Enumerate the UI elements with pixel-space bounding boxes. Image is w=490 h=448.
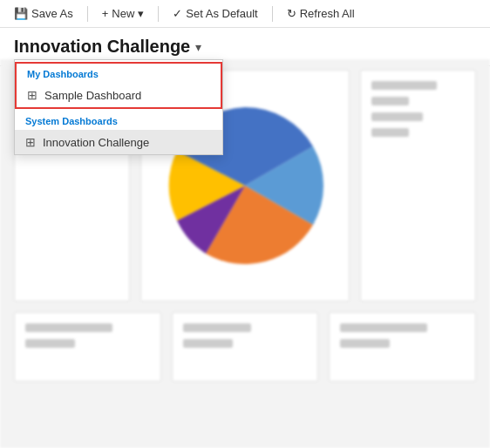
refresh-all-button[interactable]: ↻ Refresh All [280,3,362,24]
refresh-icon: ↻ [287,7,296,20]
bg-bottom-card-3 [329,312,476,382]
dashboard-title: Innovation Challenge [14,37,190,57]
new-chevron-icon: ▾ [138,7,144,20]
bg-bottom-card-2 [172,312,319,382]
bg-text-5 [371,97,409,105]
divider-2 [158,6,159,22]
new-button[interactable]: + New ▾ [95,3,152,24]
set-default-button[interactable]: ✓ Set As Default [166,3,264,24]
bg-text-9 [25,339,75,348]
sample-dashboard-label: Sample Dashboard [44,89,141,102]
dashboard-dropdown-chevron[interactable]: ▾ [195,40,201,54]
system-dashboards-section: System Dashboards ⊞ Innovation Challenge [15,111,222,154]
my-dashboards-section: My Dashboards ⊞ Sample Dashboard [15,62,222,109]
save-icon: 💾 [14,7,28,20]
dashboard-dropdown: My Dashboards ⊞ Sample Dashboard System … [14,59,223,155]
divider-1 [87,6,88,22]
bg-text-13 [340,339,390,348]
bg-card-3 [360,70,476,302]
innovation-challenge-label: Innovation Challenge [43,136,149,149]
bg-text-6 [371,112,423,121]
bg-text-10 [183,323,251,332]
bg-text-11 [183,339,233,348]
refresh-all-label: Refresh All [300,7,355,20]
bg-text-8 [25,323,112,332]
new-label: New [112,7,134,20]
toolbar: 💾 Save As + New ▾ ✓ Set As Default ↻ Ref… [0,0,490,28]
bg-text-12 [340,323,427,332]
system-dashboards-header: System Dashboards [15,111,222,130]
bg-text-4 [371,81,437,90]
bg-bottom-card-1 [14,312,161,382]
innovation-challenge-icon: ⊞ [25,135,36,149]
new-plus-icon: + [102,7,109,20]
save-as-button[interactable]: 💾 Save As [7,3,80,24]
bottom-cards-row [0,312,490,392]
innovation-challenge-item[interactable]: ⊞ Innovation Challenge [15,130,222,154]
sample-dashboard-item[interactable]: ⊞ Sample Dashboard [17,83,221,107]
my-dashboards-header: My Dashboards [17,64,221,83]
bg-text-7 [371,128,409,137]
check-icon: ✓ [173,7,182,20]
save-as-label: Save As [31,7,73,20]
sample-dashboard-icon: ⊞ [27,88,37,102]
set-default-label: Set As Default [186,7,257,20]
divider-3 [272,6,273,22]
